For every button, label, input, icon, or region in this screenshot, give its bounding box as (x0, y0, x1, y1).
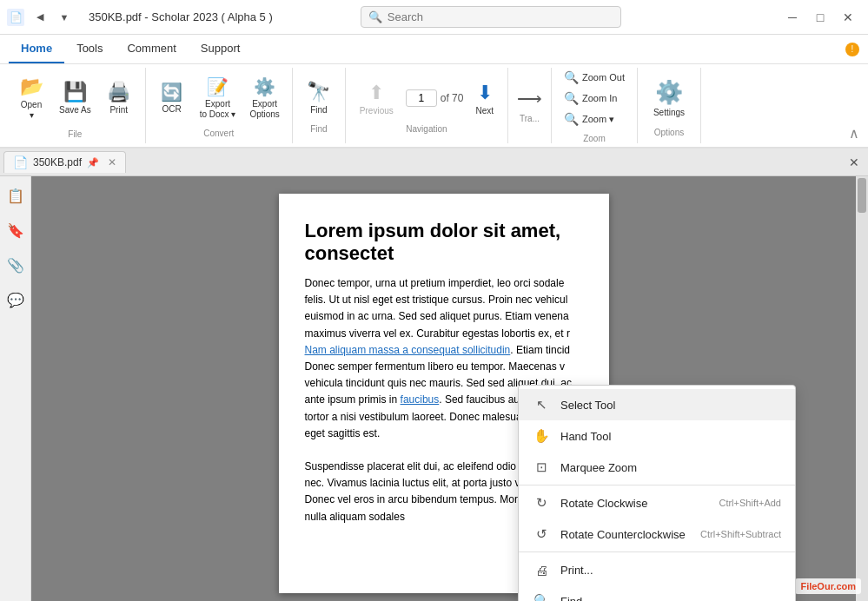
save-as-label: Save As (59, 105, 91, 116)
sidebar-comments-icon[interactable]: 💬 (3, 287, 28, 312)
page-number-input[interactable] (406, 89, 437, 107)
options-group: ⚙️ Settings Options (638, 68, 701, 143)
ocr-icon: 🔄 (161, 82, 182, 102)
find-group: 🔭 Find Find (293, 68, 346, 143)
find-button[interactable]: 🔭 Find (300, 77, 338, 119)
scrollbar-thumb[interactable] (858, 178, 866, 213)
app-icon: 📄 (7, 9, 24, 26)
tab-close-icon[interactable]: ✕ (108, 156, 116, 168)
pdf-heading: Lorem ipsum dolor sit amet, consectet (305, 220, 583, 265)
export-options-label: ExportOptions (249, 99, 279, 120)
hand-tool-label: Hand Tool (560, 430, 781, 443)
zoom-out-button[interactable]: 🔍 Zoom Out (559, 68, 630, 87)
tab-tools[interactable]: Tools (64, 35, 115, 63)
menu-item-rotate-cw[interactable]: ↻ Rotate Clockwise Ctrl+Shift+Add (519, 487, 795, 518)
tab-support[interactable]: Support (189, 35, 253, 63)
zoom-in-icon: 🔍 (564, 91, 579, 105)
previous-icon: ⬆ (368, 82, 384, 104)
menu-item-hand-tool[interactable]: ✋ Hand Tool (519, 420, 795, 452)
tab-comment[interactable]: Comment (115, 35, 188, 63)
menu-item-print[interactable]: 🖨 Print... (519, 554, 795, 585)
tab-title: 350KB.pdf (33, 156, 82, 168)
notification-dot[interactable]: ! (845, 43, 859, 56)
zoom-custom-label: Zoom ▾ (582, 114, 614, 125)
convert-group: 🔄 OCR 📝 Exportto Docx ▾ ⚙️ ExportOptions… (146, 68, 293, 143)
track-icon: ⟶ (517, 88, 542, 109)
menu-item-marquee-zoom[interactable]: ⊡ Marquee Zoom (519, 452, 795, 483)
save-as-icon: 💾 (63, 81, 87, 103)
app-title: 350KB.pdf - Scholar 2023 ( Alpha 5 ) (89, 10, 273, 23)
close-button[interactable]: ✕ (835, 4, 861, 30)
sidebar-bookmarks-icon[interactable]: 🔖 (3, 218, 28, 242)
tab-bar: 📄 350KB.pdf 📌 ✕ ✕ (0, 149, 868, 176)
export-to-docx-button[interactable]: 📝 Exportto Docx ▾ (195, 73, 242, 123)
find-icon: 🔭 (307, 81, 330, 103)
export-options-button[interactable]: ⚙️ ExportOptions (244, 73, 284, 123)
scrollbar[interactable] (856, 176, 868, 601)
find-label: Find (310, 105, 327, 116)
tab-panel-close-button[interactable]: ✕ (844, 152, 865, 173)
fwd-ctrl[interactable]: ▼ (54, 7, 75, 28)
open-button[interactable]: 📂 Open▾ (12, 72, 50, 124)
menu-separator-1 (519, 485, 795, 485)
left-sidebar: 📋 🔖 📎 💬 (0, 176, 31, 601)
export-docx-label: Exportto Docx ▾ (200, 99, 236, 120)
sidebar-pages-icon[interactable]: 📋 (3, 183, 28, 208)
find-menu-icon: 🔍 (533, 592, 550, 601)
export-docx-icon: 📝 (207, 76, 229, 97)
save-as-button[interactable]: 💾 Save As (54, 77, 96, 119)
tab-pin-icon[interactable]: 📌 (87, 157, 99, 168)
previous-label: Previous (360, 106, 394, 116)
menu-item-rotate-ccw[interactable]: ↺ Rotate Counterclockwise Ctrl+Shift+Sub… (519, 518, 795, 550)
file-group: 📂 Open▾ 💾 Save As 🖨️ Print File (5, 68, 146, 143)
find-group-items: 🔭 Find (300, 77, 338, 119)
zoom-group: 🔍 Zoom Out 🔍 Zoom In 🔍 Zoom ▾ Zoom (552, 68, 638, 143)
nav-group-items: ⬆ Previous of 70 ⬇ Next (353, 78, 500, 119)
zoom-group-label: Zoom (583, 134, 606, 143)
ribbon-toolbar: 📂 Open▾ 💾 Save As 🖨️ Print File 🔄 OCR 📝 … (0, 64, 868, 149)
menu-item-select-tool[interactable]: ↖ Select Tool (519, 389, 795, 420)
rotate-cw-icon: ↻ (533, 494, 550, 512)
marquee-zoom-label: Marquee Zoom (560, 461, 781, 474)
collapse-ribbon-button[interactable]: ∧ (845, 124, 863, 142)
rotate-ccw-icon: ↺ (533, 525, 550, 543)
navigation-group: ⬆ Previous of 70 ⬇ Next Navigation (346, 68, 508, 143)
doc-tab[interactable]: 📄 350KB.pdf 📌 ✕ (3, 151, 126, 173)
find-menu-label: Find (560, 595, 781, 602)
menu-item-find[interactable]: 🔍 Find (519, 585, 795, 601)
rotate-cw-shortcut: Ctrl+Shift+Add (719, 498, 781, 508)
settings-button[interactable]: ⚙️ Settings (645, 74, 693, 122)
search-bar[interactable]: 🔍 (361, 6, 621, 28)
file-group-items: 📂 Open▾ 💾 Save As 🖨️ Print (12, 72, 138, 124)
tab-home[interactable]: Home (9, 35, 64, 63)
previous-button[interactable]: ⬆ Previous (353, 78, 401, 119)
zoom-in-button[interactable]: 🔍 Zoom In (559, 89, 630, 108)
ribbon-tabs: Home Tools Comment Support ! (0, 35, 868, 64)
zoom-custom-button[interactable]: 🔍 Zoom ▾ (559, 109, 630, 129)
minimize-button[interactable]: ─ (779, 4, 805, 30)
print-button[interactable]: 🖨️ Print (100, 77, 138, 119)
hand-tool-icon: ✋ (533, 427, 550, 445)
rotate-ccw-shortcut: Ctrl+Shift+Subtract (700, 529, 781, 539)
zoom-out-label: Zoom Out (582, 72, 625, 83)
pdf-highlight-2: faucibus (401, 393, 440, 406)
sidebar-attachments-icon[interactable]: 📎 (3, 253, 28, 277)
page-indicator: of 70 (406, 89, 464, 107)
menu-separator-2 (519, 551, 795, 552)
next-button[interactable]: ⬇ Next (468, 78, 500, 119)
next-label: Next (475, 106, 494, 116)
page-total: of 70 (441, 92, 464, 104)
zoom-custom-icon: 🔍 (564, 112, 579, 126)
zoom-group-items: 🔍 Zoom Out 🔍 Zoom In 🔍 Zoom ▾ (559, 68, 630, 129)
tab-doc-icon: 📄 (13, 155, 28, 169)
options-group-label: Options (654, 128, 684, 137)
maximize-button[interactable]: □ (807, 4, 833, 30)
context-menu: ↖ Select Tool ✋ Hand Tool ⊡ Marquee Zoom… (518, 385, 796, 601)
zoom-buttons: 🔍 Zoom Out 🔍 Zoom In 🔍 Zoom ▾ (559, 68, 630, 129)
back-ctrl[interactable]: ◀ (30, 7, 50, 28)
search-input[interactable] (388, 10, 613, 23)
ocr-button[interactable]: 🔄 OCR (153, 78, 191, 118)
options-group-items: ⚙️ Settings (645, 74, 693, 122)
main-area: 📋 🔖 📎 💬 Lorem ipsum dolor sit amet, cons… (0, 176, 868, 601)
convert-group-label: Convert (203, 129, 234, 138)
